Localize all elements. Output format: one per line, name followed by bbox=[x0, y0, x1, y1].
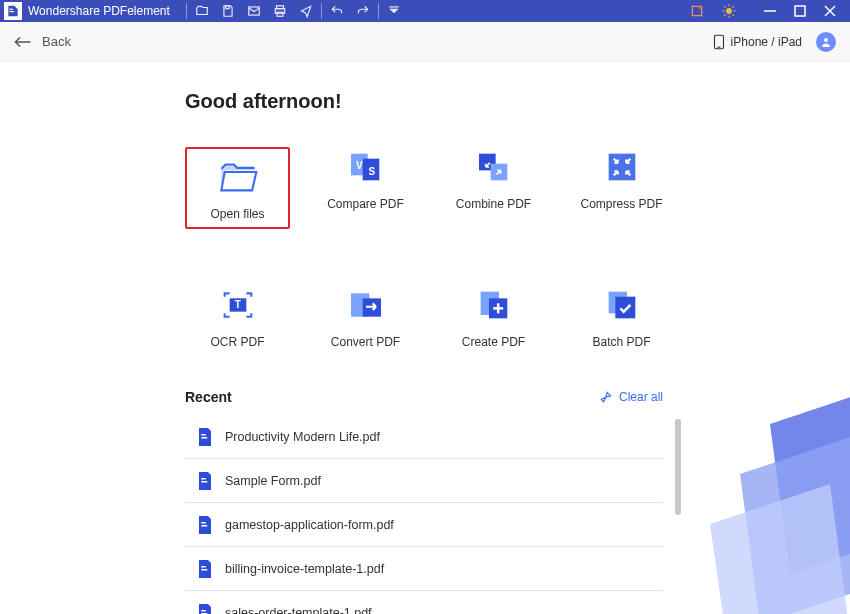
tile-compress-pdf[interactable]: Compress PDF bbox=[569, 147, 674, 229]
tile-label: Batch PDF bbox=[592, 335, 650, 349]
tile-label: OCR PDF bbox=[211, 335, 265, 349]
tile-label: Compare PDF bbox=[327, 197, 404, 211]
svg-rect-1 bbox=[10, 9, 14, 10]
svg-rect-0 bbox=[10, 11, 15, 12]
print-icon[interactable] bbox=[271, 2, 289, 20]
title-bar-right bbox=[688, 2, 846, 20]
pdfelement-logo-icon bbox=[6, 4, 20, 18]
divider bbox=[321, 3, 322, 19]
tile-create-pdf[interactable]: Create PDF bbox=[441, 285, 546, 349]
back-arrow-icon bbox=[14, 35, 32, 49]
svg-line-16 bbox=[733, 15, 734, 16]
greeting-heading: Good afternoon! bbox=[185, 90, 790, 113]
svg-text:T: T bbox=[234, 299, 240, 310]
tile-label: Convert PDF bbox=[331, 335, 400, 349]
file-name: billing-invoice-template-1.pdf bbox=[225, 562, 384, 576]
pdf-file-icon bbox=[197, 516, 213, 534]
svg-rect-45 bbox=[201, 434, 206, 436]
back-button[interactable]: Back bbox=[14, 34, 71, 49]
recent-section: Recent Clear all Productivity Modern Lif… bbox=[185, 389, 663, 614]
tile-open-files[interactable]: Open files bbox=[185, 147, 290, 229]
svg-text:V: V bbox=[356, 160, 363, 171]
convert-pdf-icon bbox=[343, 285, 389, 325]
divider bbox=[186, 3, 187, 19]
tile-label: Compress PDF bbox=[580, 197, 662, 211]
svg-marker-54 bbox=[770, 384, 850, 574]
batch-pdf-icon bbox=[599, 285, 645, 325]
compare-pdf-icon: VS bbox=[343, 147, 389, 187]
recent-title: Recent bbox=[185, 389, 232, 405]
svg-rect-51 bbox=[201, 566, 206, 568]
tile-label: Open files bbox=[210, 207, 264, 221]
device-link[interactable]: iPhone / iPad bbox=[709, 32, 806, 52]
file-name: sales-order-template-1.pdf bbox=[225, 606, 372, 615]
theme-icon[interactable] bbox=[720, 2, 738, 20]
minimize-button[interactable] bbox=[762, 3, 778, 19]
pdf-file-icon bbox=[197, 472, 213, 490]
tile-label: Combine PDF bbox=[456, 197, 531, 211]
recent-header: Recent Clear all bbox=[185, 389, 663, 405]
window-controls bbox=[762, 3, 838, 19]
recent-list: Productivity Modern Life.pdf Sample Form… bbox=[185, 415, 663, 614]
svg-rect-47 bbox=[201, 478, 206, 480]
file-name: Productivity Modern Life.pdf bbox=[225, 430, 380, 444]
undo-icon[interactable] bbox=[328, 2, 346, 20]
divider bbox=[378, 3, 379, 19]
svg-rect-43 bbox=[615, 297, 635, 319]
maximize-button[interactable] bbox=[792, 3, 808, 19]
svg-rect-33 bbox=[608, 154, 635, 181]
app-name: Wondershare PDFelement bbox=[28, 4, 170, 18]
recent-item[interactable]: gamestop-application-form.pdf bbox=[185, 503, 663, 547]
tile-compare-pdf[interactable]: VS Compare PDF bbox=[313, 147, 418, 229]
notification-icon[interactable] bbox=[688, 2, 706, 20]
tile-combine-pdf[interactable]: Combine PDF bbox=[441, 147, 546, 229]
pdf-file-icon bbox=[197, 604, 213, 615]
sub-header-right: iPhone / iPad bbox=[709, 32, 836, 52]
svg-point-9 bbox=[699, 6, 703, 10]
svg-line-18 bbox=[733, 6, 734, 7]
recent-item[interactable]: Sample Form.pdf bbox=[185, 459, 663, 503]
sub-header: Back iPhone / iPad bbox=[0, 22, 850, 62]
svg-rect-53 bbox=[201, 610, 206, 612]
recent-item[interactable]: sales-order-template-1.pdf bbox=[185, 591, 663, 614]
save-icon[interactable] bbox=[219, 2, 237, 20]
svg-marker-55 bbox=[740, 434, 850, 614]
quick-actions bbox=[193, 2, 315, 20]
svg-line-15 bbox=[724, 6, 725, 7]
recent-item[interactable]: billing-invoice-template-1.pdf bbox=[185, 547, 663, 591]
create-pdf-icon bbox=[471, 285, 517, 325]
user-avatar[interactable] bbox=[816, 32, 836, 52]
svg-point-10 bbox=[726, 8, 732, 14]
recent-item[interactable]: Productivity Modern Life.pdf bbox=[185, 415, 663, 459]
app-logo bbox=[4, 2, 22, 20]
close-button[interactable] bbox=[822, 3, 838, 19]
tile-ocr-pdf[interactable]: T OCR PDF bbox=[185, 285, 290, 349]
action-tiles: Open files VS Compare PDF Combine PDF Co… bbox=[185, 147, 790, 349]
clear-all-button[interactable]: Clear all bbox=[599, 390, 663, 404]
tile-convert-pdf[interactable]: Convert PDF bbox=[313, 285, 418, 349]
tile-batch-pdf[interactable]: Batch PDF bbox=[569, 285, 674, 349]
main-content: Good afternoon! Open files VS Compare PD… bbox=[0, 62, 850, 614]
svg-rect-2 bbox=[226, 6, 230, 9]
redo-icon[interactable] bbox=[354, 2, 372, 20]
svg-point-26 bbox=[824, 38, 828, 42]
open-icon[interactable] bbox=[193, 2, 211, 20]
customize-toolbar-icon[interactable] bbox=[385, 2, 403, 20]
pdf-file-icon bbox=[197, 428, 213, 446]
file-name: Sample Form.pdf bbox=[225, 474, 321, 488]
mail-icon[interactable] bbox=[245, 2, 263, 20]
file-name: gamestop-application-form.pdf bbox=[225, 518, 394, 532]
scrollbar-thumb[interactable] bbox=[675, 419, 681, 515]
svg-rect-50 bbox=[201, 569, 207, 571]
svg-line-17 bbox=[724, 15, 725, 16]
compress-pdf-icon bbox=[599, 147, 645, 187]
tile-label: Create PDF bbox=[462, 335, 525, 349]
share-icon[interactable] bbox=[297, 2, 315, 20]
svg-rect-46 bbox=[201, 481, 207, 483]
clear-all-label: Clear all bbox=[619, 390, 663, 404]
broom-icon bbox=[599, 390, 613, 404]
back-label: Back bbox=[42, 34, 71, 49]
device-label: iPhone / iPad bbox=[731, 35, 802, 49]
title-bar: Wondershare PDFelement bbox=[0, 0, 850, 22]
svg-rect-7 bbox=[389, 6, 398, 7]
